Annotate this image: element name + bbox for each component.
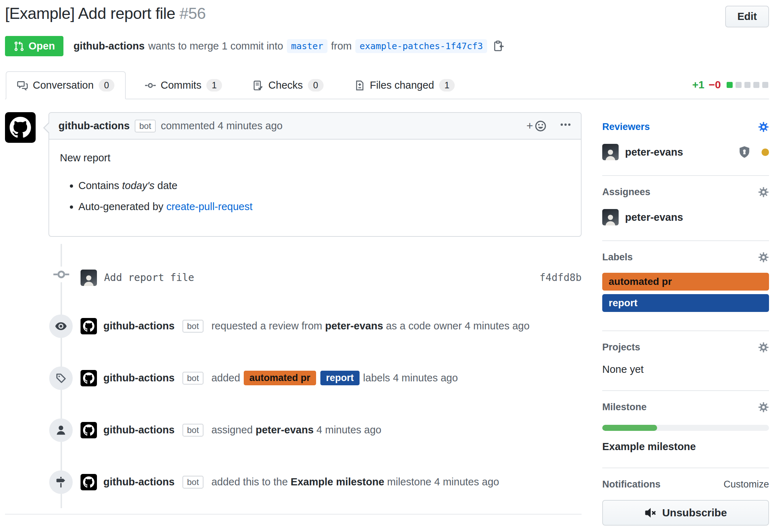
- event-target-user[interactable]: peter-evans: [325, 320, 383, 332]
- diff-block: [762, 82, 768, 88]
- diffstat-deletions: −0: [709, 79, 721, 91]
- pr-meta-row: Open github-actions wants to merge 1 com…: [5, 36, 769, 56]
- projects-header[interactable]: Projects: [602, 342, 769, 353]
- event-labeled: github-actions bot added automated pr re…: [5, 352, 582, 404]
- tab-label: Files changed: [370, 79, 434, 91]
- gear-icon[interactable]: [758, 187, 769, 198]
- avatar-peter-evans[interactable]: [602, 144, 619, 160]
- unsubscribe-label: Unsubscribe: [662, 507, 727, 519]
- unsubscribe-button[interactable]: Unsubscribe: [602, 500, 769, 526]
- event-target-milestone[interactable]: Example milestone: [291, 476, 385, 488]
- mute-icon: [644, 507, 656, 519]
- avatar-github-actions[interactable]: [81, 370, 97, 386]
- tab-files-changed[interactable]: Files changed 1: [343, 71, 466, 99]
- assignee-name[interactable]: peter-evans: [625, 212, 683, 223]
- avatar-github-actions[interactable]: [81, 422, 97, 438]
- comment-author[interactable]: github-actions: [58, 120, 130, 132]
- diff-block: [736, 82, 742, 88]
- comment-body: New report Contains today's date Auto-ge…: [49, 140, 581, 236]
- bot-badge: bot: [182, 424, 203, 437]
- assignees-section: Assignees peter-evans: [602, 176, 769, 241]
- event-actor[interactable]: github-actions: [103, 424, 175, 436]
- milestone-progress-bar: [602, 425, 769, 431]
- milestone-title: Milestone: [602, 402, 647, 413]
- add-reaction-button[interactable]: +: [526, 119, 547, 132]
- gear-icon[interactable]: [758, 342, 769, 353]
- gear-icon[interactable]: [758, 121, 769, 132]
- event-milestoned: github-actions bot added this to the Exa…: [5, 456, 582, 508]
- base-branch-label[interactable]: master: [287, 39, 327, 53]
- avatar-github-actions[interactable]: [5, 112, 36, 143]
- tab-label: Checks: [268, 79, 303, 91]
- git-commit-icon: [145, 80, 156, 91]
- avatar-github-actions[interactable]: [81, 474, 97, 490]
- milestone-header[interactable]: Milestone: [602, 402, 769, 413]
- assignees-header[interactable]: Assignees: [602, 187, 769, 198]
- head-branch-label[interactable]: example-patches-1f47cf3: [355, 39, 487, 53]
- comment-bullet: Contains today's date: [78, 178, 570, 194]
- tag-icon: [49, 366, 73, 390]
- notifications-header: Notifications Customize: [602, 479, 769, 490]
- reviewers-header[interactable]: Reviewers: [602, 121, 769, 132]
- pr-tab-bar: Conversation 0 Commits 1 Checks 0 Files …: [5, 71, 769, 99]
- bot-badge: bot: [182, 476, 203, 489]
- tab-counter: 1: [439, 79, 455, 92]
- gear-icon[interactable]: [758, 402, 769, 413]
- event-text: github-actions bot added automated pr re…: [103, 371, 458, 385]
- diff-block: [753, 82, 759, 88]
- from-text: from: [331, 40, 352, 52]
- reviewers-title[interactable]: Reviewers: [602, 121, 650, 132]
- commit-sha[interactable]: f4dfd8b: [540, 272, 582, 283]
- avatar-github-actions[interactable]: [81, 318, 97, 334]
- assignee-row: peter-evans: [602, 209, 769, 225]
- diffstat[interactable]: +1 −0: [692, 79, 768, 99]
- tab-conversation[interactable]: Conversation 0: [6, 71, 126, 99]
- create-pull-request-link[interactable]: create-pull-request: [166, 201, 253, 212]
- customize-link[interactable]: Customize: [723, 479, 769, 490]
- event-actor[interactable]: github-actions: [103, 372, 175, 384]
- edit-button[interactable]: Edit: [725, 6, 769, 27]
- tab-counter: 0: [308, 79, 324, 92]
- label-automated-pr[interactable]: automated pr: [602, 273, 769, 291]
- comment-bullet: Auto-generated by create-pull-request: [78, 199, 570, 215]
- event-target-user[interactable]: peter-evans: [256, 424, 314, 436]
- pr-title-text: [Example] Add report file: [5, 4, 175, 22]
- smiley-icon: [535, 120, 547, 132]
- event-text: github-actions bot added this to the Exa…: [103, 476, 499, 489]
- event-actor[interactable]: github-actions: [103, 476, 175, 488]
- avatar-peter-evans[interactable]: [602, 209, 619, 225]
- event-assigned: github-actions bot assigned peter-evans …: [5, 404, 582, 456]
- gear-icon[interactable]: [758, 252, 769, 263]
- tab-commits[interactable]: Commits 1: [134, 71, 233, 99]
- shield-lock-icon: [738, 146, 751, 158]
- event-actor[interactable]: github-actions: [103, 320, 175, 332]
- file-diff-icon: [354, 80, 365, 91]
- timeline: Add report file f4dfd8b github-actions b…: [5, 244, 582, 508]
- issue-comment: github-actions bot commented 4 minutes a…: [5, 112, 582, 237]
- reviewer-name[interactable]: peter-evans: [625, 146, 683, 158]
- labels-header[interactable]: Labels: [602, 252, 769, 263]
- comment-meta[interactable]: commented 4 minutes ago: [161, 120, 283, 132]
- git-pull-request-icon: [14, 41, 24, 52]
- label-automated-pr[interactable]: automated pr: [244, 371, 316, 385]
- label-list: automated pr report: [602, 273, 769, 312]
- pr-title-row: [Example] Add report file #56 Edit: [5, 4, 769, 27]
- bot-badge: bot: [182, 320, 203, 333]
- pr-sidebar: Reviewers peter-evans Assignees pet: [602, 112, 769, 532]
- person-icon: [49, 418, 73, 442]
- octocat-icon: [10, 117, 31, 138]
- label-report[interactable]: report: [602, 294, 769, 312]
- pr-merge-summary: github-actions wants to merge 1 commit i…: [73, 39, 504, 53]
- avatar-peter-evans[interactable]: [81, 270, 97, 286]
- milestone-name[interactable]: Example milestone: [602, 441, 769, 453]
- comment-options-button[interactable]: [559, 119, 572, 133]
- tab-checks[interactable]: Checks 0: [241, 71, 335, 99]
- copy-branch-button[interactable]: [491, 40, 504, 52]
- tab-counter: 0: [99, 79, 114, 92]
- git-commit-icon: [49, 266, 73, 282]
- comment-header: github-actions bot commented 4 minutes a…: [49, 113, 581, 140]
- comment-intro: New report: [60, 150, 570, 166]
- pr-author[interactable]: github-actions: [73, 40, 145, 52]
- commit-message[interactable]: Add report file: [104, 272, 194, 283]
- label-report[interactable]: report: [320, 371, 360, 385]
